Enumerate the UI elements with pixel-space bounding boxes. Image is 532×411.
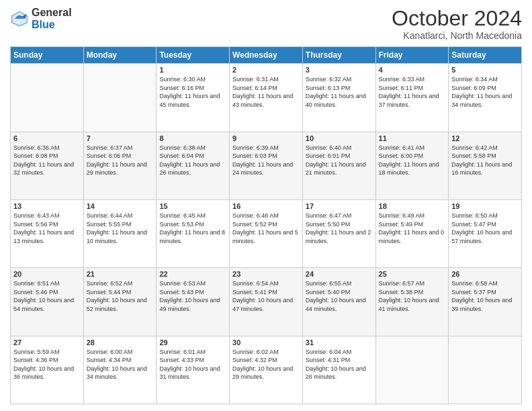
day-info: Sunrise: 6:04 AMSunset: 4:31 PMDaylight:…	[306, 348, 373, 381]
day-number: 13	[13, 202, 81, 210]
day-info: Sunrise: 6:55 AMSunset: 5:40 PMDaylight:…	[306, 279, 373, 313]
day-number: 22	[159, 270, 226, 278]
col-friday: Friday	[375, 47, 449, 64]
table-cell: 15Sunrise: 6:45 AMSunset: 5:53 PMDayligh…	[157, 199, 230, 267]
week-row-1: 1Sunrise: 6:30 AMSunset: 6:16 PMDaylight…	[11, 64, 522, 132]
table-cell: 25Sunrise: 6:57 AMSunset: 5:38 PMDayligh…	[375, 268, 449, 336]
day-number: 15	[159, 202, 226, 210]
day-number: 4	[379, 66, 446, 74]
day-info: Sunrise: 6:43 AMSunset: 5:56 PMDaylight:…	[13, 212, 81, 245]
table-cell: 13Sunrise: 6:43 AMSunset: 5:56 PMDayligh…	[11, 199, 84, 267]
day-number: 16	[232, 202, 300, 210]
table-cell: 5Sunrise: 6:34 AMSunset: 6:09 PMDaylight…	[449, 64, 522, 132]
day-number: 25	[379, 270, 446, 278]
day-info: Sunrise: 6:32 AMSunset: 6:13 PMDaylight:…	[306, 75, 373, 109]
day-number: 5	[451, 66, 519, 74]
day-number: 11	[379, 134, 446, 142]
day-number: 2	[232, 66, 300, 74]
table-cell: 20Sunrise: 6:51 AMSunset: 5:46 PMDayligh…	[11, 268, 84, 336]
table-cell: 31Sunrise: 6:04 AMSunset: 4:31 PMDayligh…	[302, 336, 375, 404]
day-info: Sunrise: 6:33 AMSunset: 6:11 PMDaylight:…	[379, 75, 446, 109]
week-row-3: 13Sunrise: 6:43 AMSunset: 5:56 PMDayligh…	[11, 199, 522, 267]
table-cell: 12Sunrise: 6:42 AMSunset: 5:58 PMDayligh…	[449, 132, 522, 199]
table-cell: 17Sunrise: 6:47 AMSunset: 5:50 PMDayligh…	[302, 199, 375, 267]
table-cell: 8Sunrise: 6:38 AMSunset: 6:04 PMDaylight…	[157, 132, 230, 199]
day-info: Sunrise: 6:34 AMSunset: 6:09 PMDaylight:…	[451, 75, 519, 109]
day-number: 19	[451, 202, 519, 210]
day-info: Sunrise: 6:40 AMSunset: 6:01 PMDaylight:…	[306, 144, 373, 177]
col-thursday: Thursday	[302, 47, 375, 64]
day-info: Sunrise: 6:42 AMSunset: 5:58 PMDaylight:…	[451, 144, 519, 177]
day-info: Sunrise: 6:31 AMSunset: 6:14 PMDaylight:…	[232, 75, 300, 109]
col-monday: Monday	[83, 47, 157, 64]
table-cell: 4Sunrise: 6:33 AMSunset: 6:11 PMDaylight…	[375, 64, 449, 132]
day-info: Sunrise: 6:57 AMSunset: 5:38 PMDaylight:…	[379, 279, 446, 313]
table-cell	[449, 336, 522, 404]
table-cell: 2Sunrise: 6:31 AMSunset: 6:14 PMDaylight…	[230, 64, 303, 132]
day-info: Sunrise: 6:45 AMSunset: 5:53 PMDaylight:…	[159, 212, 226, 245]
day-info: Sunrise: 6:58 AMSunset: 5:37 PMDaylight:…	[451, 279, 519, 313]
day-info: Sunrise: 6:37 AMSunset: 6:06 PMDaylight:…	[87, 144, 154, 177]
table-cell	[11, 64, 84, 132]
day-number: 27	[13, 338, 81, 347]
calendar-subtitle: Kanatlarci, North Macedonia	[392, 30, 522, 41]
day-info: Sunrise: 6:00 AMSunset: 4:34 PMDaylight:…	[87, 348, 154, 381]
day-number: 8	[159, 134, 226, 142]
week-row-2: 6Sunrise: 6:36 AMSunset: 6:08 PMDaylight…	[11, 132, 522, 199]
day-info: Sunrise: 6:02 AMSunset: 4:32 PMDaylight:…	[232, 348, 300, 381]
day-info: Sunrise: 6:44 AMSunset: 5:55 PMDaylight:…	[87, 212, 154, 245]
day-number: 28	[87, 338, 154, 347]
day-info: Sunrise: 6:47 AMSunset: 5:50 PMDaylight:…	[306, 212, 373, 245]
table-cell: 6Sunrise: 6:36 AMSunset: 6:08 PMDaylight…	[11, 132, 84, 199]
day-number: 18	[379, 202, 446, 210]
day-number: 20	[13, 270, 81, 278]
col-wednesday: Wednesday	[230, 47, 303, 64]
table-cell: 28Sunrise: 6:00 AMSunset: 4:34 PMDayligh…	[83, 336, 157, 404]
title-section: October 2024 Kanatlarci, North Macedonia	[392, 7, 522, 41]
day-number: 29	[159, 338, 226, 347]
day-info: Sunrise: 6:38 AMSunset: 6:04 PMDaylight:…	[159, 144, 226, 177]
calendar-table: Sunday Monday Tuesday Wednesday Thursday…	[10, 46, 522, 404]
day-number: 6	[13, 134, 81, 142]
day-number: 26	[451, 270, 519, 278]
day-number: 23	[232, 270, 300, 278]
table-cell: 11Sunrise: 6:41 AMSunset: 6:00 PMDayligh…	[375, 132, 449, 199]
day-info: Sunrise: 6:39 AMSunset: 6:03 PMDaylight:…	[232, 144, 300, 177]
day-info: Sunrise: 6:30 AMSunset: 6:16 PMDaylight:…	[159, 75, 226, 109]
logo-icon	[10, 9, 29, 28]
table-cell: 29Sunrise: 6:01 AMSunset: 4:33 PMDayligh…	[157, 336, 230, 404]
logo-blue: Blue	[32, 19, 72, 31]
day-info: Sunrise: 6:01 AMSunset: 4:33 PMDaylight:…	[159, 348, 226, 381]
day-info: Sunrise: 6:41 AMSunset: 6:00 PMDaylight:…	[379, 144, 446, 177]
table-cell: 19Sunrise: 6:50 AMSunset: 5:47 PMDayligh…	[449, 199, 522, 267]
table-cell: 1Sunrise: 6:30 AMSunset: 6:16 PMDaylight…	[157, 64, 230, 132]
week-row-4: 20Sunrise: 6:51 AMSunset: 5:46 PMDayligh…	[11, 268, 522, 336]
day-info: Sunrise: 6:52 AMSunset: 5:44 PMDaylight:…	[87, 279, 154, 313]
day-number: 12	[451, 134, 519, 142]
header-row: Sunday Monday Tuesday Wednesday Thursday…	[11, 47, 522, 64]
logo-general: General	[32, 7, 72, 19]
day-number: 3	[306, 66, 373, 74]
day-number: 14	[87, 202, 154, 210]
col-tuesday: Tuesday	[157, 47, 230, 64]
calendar-title: October 2024	[392, 7, 522, 30]
calendar-page: General Blue October 2024 Kanatlarci, No…	[0, 0, 532, 411]
table-cell: 9Sunrise: 6:39 AMSunset: 6:03 PMDaylight…	[230, 132, 303, 199]
day-info: Sunrise: 6:36 AMSunset: 6:08 PMDaylight:…	[13, 144, 81, 177]
day-number: 21	[87, 270, 154, 278]
header: General Blue October 2024 Kanatlarci, No…	[10, 7, 522, 41]
table-cell: 21Sunrise: 6:52 AMSunset: 5:44 PMDayligh…	[83, 268, 157, 336]
table-cell: 16Sunrise: 6:46 AMSunset: 5:52 PMDayligh…	[230, 199, 303, 267]
day-number: 1	[159, 66, 226, 74]
col-saturday: Saturday	[449, 47, 522, 64]
table-cell: 14Sunrise: 6:44 AMSunset: 5:55 PMDayligh…	[83, 199, 157, 267]
table-cell	[83, 64, 157, 132]
table-cell: 10Sunrise: 6:40 AMSunset: 6:01 PMDayligh…	[302, 132, 375, 199]
logo: General Blue	[10, 7, 72, 30]
logo-text: General Blue	[32, 7, 72, 30]
day-number: 24	[306, 270, 373, 278]
day-number: 30	[232, 338, 300, 347]
day-number: 9	[232, 134, 300, 142]
day-info: Sunrise: 6:50 AMSunset: 5:47 PMDaylight:…	[451, 212, 519, 245]
day-info: Sunrise: 6:54 AMSunset: 5:41 PMDaylight:…	[232, 279, 300, 313]
